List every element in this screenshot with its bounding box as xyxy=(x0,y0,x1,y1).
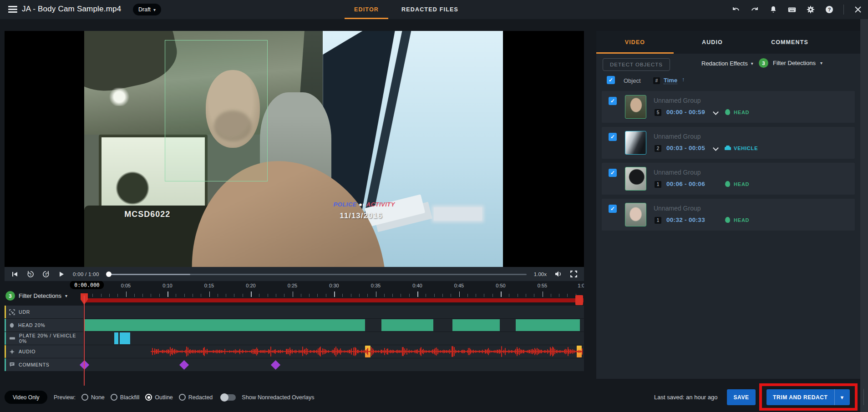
undo-icon[interactable] xyxy=(731,5,741,14)
keyboard-icon[interactable] xyxy=(787,5,797,14)
redaction-effects-dropdown[interactable]: Redaction Effects ▾ xyxy=(701,60,753,67)
detection-group-row[interactable]: ✓ Unnamed Group 1 00:06 - 00:06 HEAD xyxy=(602,163,855,195)
tab-editor[interactable]: EDITOR xyxy=(345,0,388,19)
trim-end-handle[interactable] xyxy=(575,295,583,305)
detection-count-badge: 5 xyxy=(655,109,661,116)
track-label-plate-vehicle: PLATE 20% / VEHICLE 0% xyxy=(5,332,83,345)
select-all-checkbox[interactable]: ✓ xyxy=(607,76,615,84)
detection-thumbnail xyxy=(625,131,646,155)
last-saved-status: Last saved: an hour ago xyxy=(654,394,718,401)
camera-unit-overlay: MCSD6022 xyxy=(124,210,170,219)
track-label-audio: AUDIO xyxy=(5,345,83,358)
timeline-segment[interactable] xyxy=(120,332,130,344)
trim-range-bar[interactable] xyxy=(84,298,584,302)
tab-audio[interactable]: AUDIO xyxy=(674,31,751,54)
preview-label: Preview: xyxy=(54,394,76,401)
timeline-segment[interactable] xyxy=(452,319,500,331)
chevron-down-icon[interactable]: ▼ xyxy=(834,389,850,405)
draft-label: Draft xyxy=(138,6,151,13)
group-name: Unnamed Group xyxy=(654,133,701,140)
track-content-plate-vehicle[interactable] xyxy=(84,332,584,345)
timeline-filter-detections-dropdown[interactable]: 3 Filter Detections ▾ xyxy=(5,291,67,301)
draft-status-dropdown[interactable]: Draft ▾ xyxy=(133,4,161,15)
timeline: 3 Filter Detections ▾ 0:050:100:150:200:… xyxy=(5,282,584,389)
settings-gear-icon[interactable] xyxy=(806,5,815,14)
group-name: Unnamed Group xyxy=(654,169,701,176)
type-icon xyxy=(725,181,731,187)
track-content-comments[interactable] xyxy=(84,358,584,371)
row-checkbox[interactable]: ✓ xyxy=(609,133,617,141)
date-overlay: 11/13/2016 xyxy=(340,211,382,221)
row-checkbox[interactable]: ✓ xyxy=(609,169,617,177)
row-checkbox[interactable]: ✓ xyxy=(609,205,617,213)
skip-to-start-icon[interactable] xyxy=(11,270,19,278)
comments-icon xyxy=(9,362,15,367)
detection-group-row[interactable]: ✓ Unnamed Group 5 00:00 - 00:59 HEAD xyxy=(602,91,855,123)
seek-knob[interactable] xyxy=(106,271,112,277)
divider xyxy=(843,5,844,15)
detection-time-range[interactable]: 00:32 - 00:33 xyxy=(666,216,705,223)
comment-marker-icon[interactable] xyxy=(271,360,280,369)
fullscreen-icon[interactable] xyxy=(569,270,578,278)
tab-comments[interactable]: COMMENTS xyxy=(751,31,828,54)
video-only-pill[interactable]: Video Only xyxy=(5,391,47,404)
timeline-segment[interactable] xyxy=(516,319,580,331)
time-sort-header[interactable]: Time xyxy=(664,77,677,84)
forward-5-icon[interactable]: 5 xyxy=(42,270,50,278)
divider xyxy=(863,389,864,405)
timeline-segment[interactable] xyxy=(381,319,433,331)
trim-and-redact-button[interactable]: TRIM AND REDACT ▼ xyxy=(766,389,850,405)
video-controls-bar: 5 5 0:00 / 1:00 1.00x xyxy=(5,267,584,281)
track-content-head[interactable] xyxy=(84,319,584,332)
expand-chevron-icon[interactable] xyxy=(713,109,719,115)
rewind-5-icon[interactable]: 5 xyxy=(26,270,35,278)
timeline-segment[interactable] xyxy=(84,319,365,331)
svg-text:5: 5 xyxy=(30,273,31,276)
seek-bar[interactable] xyxy=(107,271,527,277)
close-icon[interactable] xyxy=(853,5,863,14)
playback-time: 0:00 / 1:00 xyxy=(73,271,99,277)
panel-tabs: VIDEO AUDIO COMMENTS xyxy=(596,31,860,54)
detection-bounding-box[interactable] xyxy=(165,40,268,181)
chevron-down-icon: ▾ xyxy=(820,60,822,65)
timeline-segment[interactable] xyxy=(114,332,118,344)
detections-panel: VIDEO AUDIO COMMENTS DETECT OBJECTS Reda… xyxy=(596,31,860,379)
type-label: VEHICLE xyxy=(734,146,758,151)
sort-ascending-icon: ↑ xyxy=(682,76,685,83)
row-checkbox[interactable]: ✓ xyxy=(609,97,617,105)
track-row-audio: AUDIO xyxy=(5,345,584,358)
show-nonredacted-overlays-toggle[interactable] xyxy=(221,394,236,401)
help-icon[interactable]: ? xyxy=(825,5,834,14)
preview-radio-blackfill[interactable]: Blackfill xyxy=(111,394,139,401)
radio-icon xyxy=(179,394,186,401)
detect-objects-button[interactable]: DETECT OBJECTS xyxy=(603,58,670,71)
play-icon[interactable] xyxy=(57,270,66,278)
detection-thumbnail xyxy=(625,167,646,191)
preview-radio-none[interactable]: None xyxy=(81,394,105,401)
redacted-blur-region xyxy=(434,207,482,221)
notifications-bell-icon[interactable] xyxy=(769,5,778,14)
menu-icon[interactable] xyxy=(8,6,17,13)
redo-icon[interactable] xyxy=(750,5,759,14)
detection-time-range[interactable]: 00:03 - 00:05 xyxy=(666,145,705,151)
video-player: MCSD6022 POLICE ●› ACTIVITY 11/13/2016 5… xyxy=(5,31,584,281)
detection-group-row[interactable]: ✓ Unnamed Group 1 00:32 - 00:33 HEAD xyxy=(602,199,855,231)
tab-redacted-files[interactable]: REDACTED FILES xyxy=(397,0,463,19)
volume-icon[interactable] xyxy=(554,270,562,278)
playback-speed[interactable]: 1.00x xyxy=(534,271,547,277)
preview-radio-redacted[interactable]: Redacted xyxy=(179,394,213,401)
detection-time-range[interactable]: 00:06 - 00:06 xyxy=(666,181,705,187)
track-row-comments: COMMENTS xyxy=(5,358,584,371)
track-content-audio[interactable] xyxy=(84,345,584,358)
bird-logo-icon: ●› xyxy=(359,201,365,208)
save-button[interactable]: SAVE xyxy=(727,389,756,405)
preview-radio-outline[interactable]: Outline xyxy=(145,394,173,401)
tab-video[interactable]: VIDEO xyxy=(596,31,674,54)
detection-time-range[interactable]: 00:00 - 00:59 xyxy=(666,109,705,116)
expand-chevron-icon[interactable] xyxy=(713,145,719,151)
object-column-header: Object xyxy=(624,77,641,84)
detection-group-row[interactable]: ✓ Unnamed Group 2 00:03 - 00:05 VEHICLE xyxy=(602,127,855,159)
track-content-udr[interactable] xyxy=(84,306,584,318)
comment-marker-icon[interactable] xyxy=(179,360,189,369)
filter-detections-dropdown[interactable]: 3 Filter Detections ▾ xyxy=(759,58,822,68)
